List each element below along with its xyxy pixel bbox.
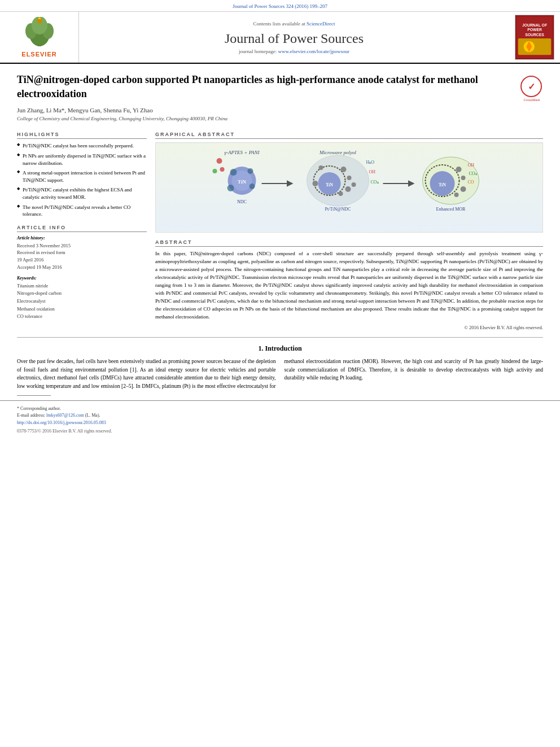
sciencedirect-link[interactable]: ScienceDirect: [307, 21, 335, 27]
crossmark-badge-area: ✓ CrossMark: [520, 76, 543, 98]
affiliation: College of Chemistry and Chemical Engine…: [17, 116, 515, 121]
svg-text:TiN: TiN: [326, 182, 333, 187]
article-info-section: ARTICLE INFO Article history: Received 3…: [17, 225, 147, 321]
svg-text:CO₂: CO₂: [371, 180, 379, 185]
svg-point-32: [345, 186, 351, 192]
svg-text:CO₂: CO₂: [469, 171, 477, 176]
journal-cover-image: JOURNAL OF POWER SOURCES: [515, 15, 554, 60]
journal-cover-area: JOURNAL OF POWER SOURCES: [509, 12, 560, 63]
homepage-link[interactable]: www.elsevier.com/locate/jpowsour: [278, 49, 349, 54]
corresponding-author: * Corresponding author.: [17, 405, 543, 412]
highlights-section: HIGHLIGHTS Pt/TiN@NDC catalyst has been …: [17, 132, 147, 217]
article-title-container: TiN@nitrogen-doped carbon supported Pt n…: [17, 73, 515, 121]
highlights-list: Pt/TiN@NDC catalyst has been successfull…: [17, 142, 147, 217]
keywords-label: Keywords:: [17, 276, 147, 281]
received-date: Received 3 November 2015: [17, 242, 147, 250]
svg-text:Enhanced MOR: Enhanced MOR: [436, 207, 466, 212]
svg-text:TiN: TiN: [238, 179, 246, 185]
graphical-abstract-image: TiN NDC: [155, 142, 543, 233]
highlight-item: The novel Pt/TiN@NDC catalyst reveals a …: [17, 204, 147, 218]
svg-point-20: [228, 185, 234, 191]
svg-text:SOURCES: SOURCES: [525, 33, 544, 37]
page-header: ELSEVIER Contents lists available at Sci…: [0, 12, 560, 64]
keyword-2: Nitrogen-doped carbon: [17, 290, 147, 298]
svg-text:OH: OH: [369, 169, 376, 174]
accepted-date: Accepted 19 May 2016: [17, 264, 147, 271]
two-col-main: HIGHLIGHTS Pt/TiN@NDC catalyst has been …: [0, 132, 560, 330]
article-info-label: ARTICLE INFO: [17, 225, 147, 232]
highlight-item: Pt NPs are uniformly dispersed in TiN@ND…: [17, 152, 147, 167]
authors: Jun Zhang, Li Ma*, Mengyu Gan, Shenna Fu…: [17, 107, 515, 113]
article-title-section: TiN@nitrogen-doped carbon supported Pt n…: [0, 64, 560, 127]
email-line: E-mail address: lmkys607@126.com (L. Ma)…: [17, 412, 543, 419]
journal-cover-svg: JOURNAL OF POWER SOURCES: [515, 15, 554, 59]
abstract-section: ABSTRACT In this paper, TiN@nitrogen-dop…: [155, 239, 543, 330]
journal-ref: Journal of Power Sources 324 (2016) 199–…: [0, 0, 560, 12]
footnote-separator: [17, 395, 51, 396]
revised-date: 19 April 2016: [17, 256, 147, 264]
svg-point-30: [341, 167, 347, 172]
svg-text:POWER: POWER: [527, 28, 542, 32]
svg-point-22: [217, 158, 222, 164]
footer-copyright: 0378-7753/© 2016 Elsevier B.V. All right…: [0, 427, 560, 437]
abstract-label: ABSTRACT: [155, 239, 543, 247]
crossmark-label: CrossMark: [520, 98, 543, 102]
svg-text:TiN: TiN: [439, 182, 446, 187]
svg-point-18: [248, 168, 253, 174]
svg-point-23: [220, 167, 225, 172]
graphical-abstract-section: GRAPHICAL ABSTRACT TiN NDC: [155, 132, 543, 233]
doi-link[interactable]: http://dx.doi.org/10.1016/j.jpowsour.201…: [17, 420, 106, 425]
svg-point-34: [352, 182, 356, 187]
footnotes-section: * Corresponding author. E-mail address: …: [0, 400, 560, 427]
svg-point-24: [213, 169, 217, 173]
journal-title: Journal of Power Sources: [225, 31, 364, 46]
keyword-4: Methanol oxidation: [17, 305, 147, 313]
svg-point-17: [230, 169, 237, 176]
elsevier-tree-icon: [17, 17, 62, 48]
crossmark-icon: ✓: [520, 76, 542, 97]
elsevier-wordmark: ELSEVIER: [17, 51, 62, 58]
svg-point-19: [250, 184, 255, 189]
abstract-text: In this paper, TiN@nitrogen-doped carbon…: [155, 250, 543, 321]
svg-point-46: [456, 167, 462, 172]
svg-point-47: [461, 176, 466, 180]
svg-text:OH: OH: [468, 163, 475, 168]
section-divider: [17, 337, 543, 338]
svg-point-35: [319, 165, 323, 170]
highlights-label: HIGHLIGHTS: [17, 132, 147, 139]
svg-text:Pt/TiN@NDC: Pt/TiN@NDC: [325, 207, 351, 212]
intro-heading: 1. Introduction: [17, 344, 543, 353]
elsevier-logo: ELSEVIER: [17, 17, 62, 58]
keyword-3: Electrocatalyst: [17, 298, 147, 305]
graphical-abstract-svg: TiN NDC: [156, 144, 542, 231]
introduction-section: 1. Introduction Over the past few decade…: [0, 344, 560, 391]
right-column: GRAPHICAL ABSTRACT TiN NDC: [155, 132, 543, 330]
abstract-copyright: © 2016 Elsevier B.V. All rights reserved…: [155, 325, 543, 330]
received-revised-label: Received in revised form: [17, 249, 147, 256]
svg-rect-5: [37, 19, 42, 23]
svg-point-36: [313, 181, 318, 186]
svg-text:Microwave polyol: Microwave polyol: [319, 150, 356, 155]
svg-point-48: [461, 186, 466, 192]
svg-point-31: [347, 176, 352, 180]
intro-text: Over the past few decades, fuel cells ha…: [17, 357, 543, 391]
left-column: HIGHLIGHTS Pt/TiN@NDC catalyst has been …: [17, 132, 147, 330]
history-label: Article history:: [17, 235, 147, 241]
keyword-1: Titanium nitride: [17, 282, 147, 290]
svg-text:JOURNAL OF: JOURNAL OF: [522, 23, 547, 27]
svg-text:NDC: NDC: [237, 199, 247, 204]
svg-point-49: [454, 193, 459, 197]
homepage-line: journal homepage: www.elsevier.com/locat…: [239, 49, 349, 54]
elsevier-logo-area: ELSEVIER: [0, 12, 79, 63]
svg-text:CO: CO: [468, 180, 474, 185]
graphical-abstract-label: GRAPHICAL ABSTRACT: [155, 132, 543, 139]
article-title: TiN@nitrogen-doped carbon supported Pt n…: [17, 73, 515, 101]
email-link[interactable]: lmkys607@126.com: [46, 413, 84, 418]
highlight-item: Pt/TiN@NDC catalyst exhibits the highest…: [17, 186, 147, 200]
svg-text:γ-APTES + PANI: γ-APTES + PANI: [225, 150, 260, 155]
svg-point-33: [339, 191, 343, 196]
highlight-item: A strong metal-support interaction is ex…: [17, 169, 147, 184]
highlight-item: Pt/TiN@NDC catalyst has been successfull…: [17, 142, 147, 150]
journal-header-center: Contents lists available at ScienceDirec…: [79, 12, 509, 63]
svg-text:H₂O: H₂O: [366, 160, 375, 165]
